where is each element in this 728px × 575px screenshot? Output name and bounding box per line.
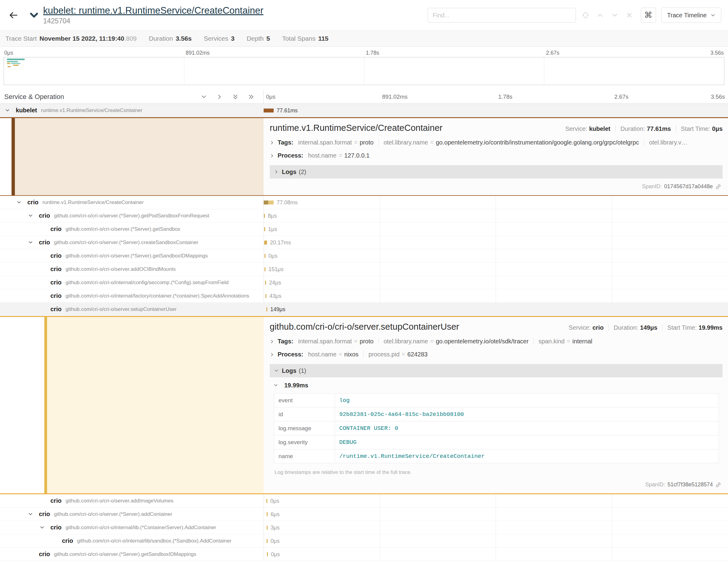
expand-one-icon[interactable] — [200, 93, 207, 100]
span-row[interactable]: crio github.com/cri-o/cri-o/server.(*Ser… — [0, 249, 728, 263]
span-track[interactable]: 0μs — [264, 249, 728, 262]
span-operation-name: github.com/cri-o/cri-o/server.addImageVo… — [66, 498, 173, 504]
span-row[interactable]: crio github.com/cri-o/cri-o/server.setup… — [0, 303, 728, 316]
row-expand-caret[interactable] — [16, 200, 27, 205]
span-row[interactable]: crio github.com/cri-o/cri-o/server.(*Ser… — [0, 223, 728, 236]
span-row[interactable]: crio github.com/cri-o/cri-o/server.(*Ser… — [0, 209, 728, 223]
span-bar[interactable] — [266, 499, 267, 503]
span-bar[interactable] — [265, 280, 266, 284]
span-bar[interactable] — [267, 552, 268, 556]
span-bar[interactable] — [264, 200, 274, 204]
span-name-cell[interactable]: crio github.com/cri-o/cri-o/server.(*Ser… — [0, 508, 264, 521]
span-track[interactable]: 0μs — [264, 534, 728, 547]
span-detail-panel-setup-container-user: github.com/cri-o/cri-o/server.setupConta… — [0, 316, 728, 494]
span-row[interactable]: crio github.com/cri-o/cri-o/server.(*Ser… — [0, 548, 728, 561]
span-track[interactable]: 77.61ms — [264, 104, 728, 117]
row-expand-caret[interactable] — [39, 525, 51, 530]
log-note: Log timestamps are relative to the start… — [274, 469, 722, 475]
span-service-name: kubelet — [16, 107, 37, 114]
next-result-icon[interactable] — [611, 11, 618, 19]
span-bar[interactable] — [264, 214, 265, 218]
span-name-cell[interactable]: crio github.com/cri-o/cri-o/server.(*Ser… — [0, 249, 264, 262]
span-name-cell[interactable]: crio github.com/cri-o/cri-o/internal/lib… — [0, 521, 264, 534]
trace-header-collapse-toggle[interactable] — [27, 8, 41, 22]
span-bar[interactable] — [265, 294, 266, 298]
logs-accordion[interactable]: Logs (2) — [270, 165, 723, 178]
process-accordion[interactable]: Process: host.name=127.0.0.1 — [270, 152, 723, 159]
span-track[interactable]: 43μs — [264, 289, 728, 302]
clear-search-icon[interactable] — [626, 11, 633, 19]
span-bar[interactable] — [267, 512, 268, 516]
span-track[interactable]: 24μs — [264, 276, 728, 289]
trace-title-link[interactable]: kubelet: runtime.v1.RuntimeService/Creat… — [43, 5, 263, 16]
span-row[interactable]: kubelet runtime.v1.RuntimeService/Create… — [0, 104, 728, 117]
span-row[interactable]: crio runtime.v1.RuntimeService/CreateCon… — [0, 196, 728, 209]
log-entry-header[interactable]: 19.99ms — [273, 377, 723, 393]
span-track[interactable]: 3μs — [264, 521, 728, 534]
find-input[interactable] — [428, 8, 576, 23]
span-name-cell[interactable]: crio github.com/cri-o/cri-o/server.(*Ser… — [0, 223, 264, 236]
span-operation-name: github.com/cri-o/cri-o/server.setupConta… — [66, 306, 177, 312]
chevron-down-icon — [273, 383, 278, 388]
span-name-cell[interactable]: crio github.com/cri-o/cri-o/server.(*Ser… — [0, 209, 264, 222]
summary-item: Depth5 — [246, 35, 270, 42]
span-row[interactable]: crio github.com/cri-o/cri-o/server.addOC… — [0, 263, 728, 276]
span-track[interactable]: 151μs — [264, 263, 728, 276]
span-row[interactable]: crio github.com/cri-o/cri-o/internal/lib… — [0, 534, 728, 548]
collapse-all-icon[interactable] — [247, 93, 255, 100]
back-button[interactable] — [7, 8, 20, 22]
span-track[interactable]: 149μs — [264, 303, 728, 316]
span-name-cell[interactable]: kubelet runtime.v1.RuntimeService/Create… — [0, 104, 264, 117]
span-name-cell[interactable]: crio github.com/cri-o/cri-o/internal/lib… — [0, 534, 264, 547]
span-bar[interactable] — [266, 307, 267, 311]
span-name-cell[interactable]: crio github.com/cri-o/cri-o/server.addIm… — [0, 494, 264, 507]
span-track[interactable]: 8μs — [264, 209, 728, 222]
minimap-canvas[interactable] — [4, 57, 724, 85]
chevron-right-icon — [274, 169, 279, 174]
row-expand-caret[interactable] — [5, 108, 16, 113]
span-row[interactable]: crio github.com/cri-o/cri-o/internal/lib… — [0, 521, 728, 534]
span-row[interactable]: crio github.com/cri-o/cri-o/server.addIm… — [0, 494, 728, 508]
span-name-cell[interactable]: crio github.com/cri-o/cri-o/server.(*Ser… — [0, 548, 264, 561]
keyboard-shortcuts-button[interactable]: ⌘ — [641, 8, 656, 23]
detail-indent-spacer — [0, 118, 264, 195]
link-icon[interactable] — [715, 184, 721, 190]
span-row[interactable]: crio github.com/cri-o/cri-o/server.(*Ser… — [0, 508, 728, 521]
span-name-cell[interactable]: crio github.com/cri-o/cri-o/internal/fac… — [0, 289, 264, 302]
span-name-cell[interactable]: crio github.com/cri-o/cri-o/server.setup… — [0, 303, 264, 316]
trace-view-selector[interactable]: Trace Timeline — [661, 8, 721, 23]
prev-result-icon[interactable] — [596, 11, 604, 19]
span-track[interactable]: 1μs — [264, 223, 728, 236]
log-field-row: eventlog — [274, 394, 719, 407]
span-row[interactable]: crio github.com/cri-o/cri-o/server.(*Ser… — [0, 236, 728, 249]
row-expand-caret[interactable] — [28, 213, 39, 218]
row-expand-caret[interactable] — [28, 240, 39, 245]
span-track[interactable]: 77.08ms — [264, 196, 728, 209]
link-icon[interactable] — [715, 482, 721, 488]
process-accordion[interactable]: Process: host.name=nixosprocess.pid=6242… — [270, 351, 723, 358]
span-name-cell[interactable]: crio github.com/cri-o/cri-o/server.(*Ser… — [0, 236, 264, 249]
span-name-cell[interactable]: crio github.com/cri-o/cri-o/internal/con… — [0, 276, 264, 289]
logs-accordion[interactable]: Logs (1) — [270, 364, 723, 377]
span-bar[interactable] — [267, 539, 268, 543]
span-track[interactable]: 6μs — [264, 508, 728, 521]
span-bar[interactable] — [264, 240, 267, 244]
locate-span-icon[interactable] — [582, 11, 589, 19]
tags-accordion[interactable]: Tags: internal.span.format=protootel.lib… — [270, 139, 723, 146]
row-expand-caret[interactable] — [28, 512, 39, 517]
span-name-cell[interactable]: crio runtime.v1.RuntimeService/CreateCon… — [0, 196, 264, 209]
tags-accordion[interactable]: Tags: internal.span.format=protootel.lib… — [270, 338, 723, 345]
span-name-cell[interactable]: crio github.com/cri-o/cri-o/server.addOC… — [0, 263, 264, 276]
span-bar[interactable] — [265, 267, 265, 271]
span-bar[interactable] — [264, 227, 265, 231]
expand-all-icon[interactable] — [232, 93, 239, 100]
span-row[interactable]: crio github.com/cri-o/cri-o/internal/con… — [0, 276, 728, 289]
span-bar[interactable] — [265, 254, 265, 258]
span-row[interactable]: crio github.com/cri-o/cri-o/internal/fac… — [0, 289, 728, 303]
span-bar[interactable] — [267, 526, 268, 530]
span-track[interactable]: 20.17ms — [264, 236, 728, 249]
span-track[interactable]: 0μs — [264, 548, 728, 561]
collapse-one-icon[interactable] — [216, 93, 223, 100]
span-bar[interactable] — [264, 108, 274, 112]
span-track[interactable]: 0μs — [264, 494, 728, 507]
